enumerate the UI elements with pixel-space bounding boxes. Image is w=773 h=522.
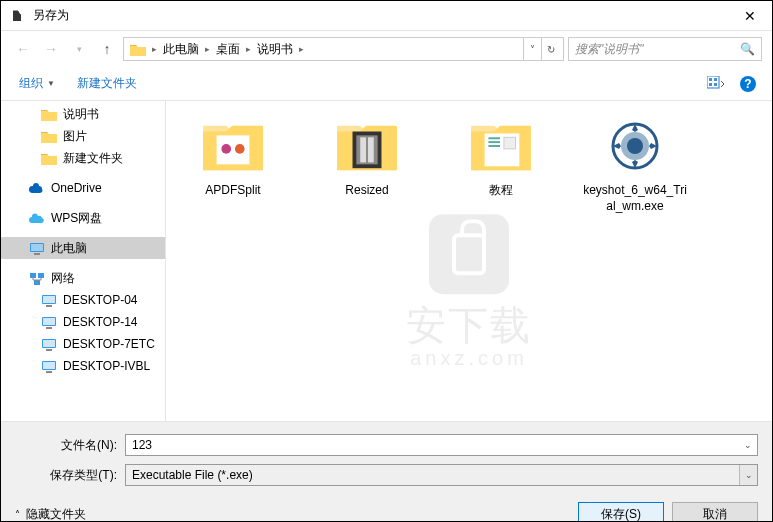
folder-icon xyxy=(41,106,57,122)
chevron-up-icon: ˄ xyxy=(15,509,20,520)
network-icon xyxy=(29,270,45,286)
folder-icon xyxy=(128,39,148,59)
svg-point-39 xyxy=(627,138,643,154)
forward-button: → xyxy=(39,37,63,61)
organize-button[interactable]: 组织 ▼ xyxy=(13,71,61,96)
newfolder-button[interactable]: 新建文件夹 xyxy=(71,71,143,96)
hide-folders-toggle[interactable]: ˄ 隐藏文件夹 xyxy=(15,506,86,523)
tree-item[interactable]: DESKTOP-14 xyxy=(1,311,165,333)
title-bar: 另存为 ✕ xyxy=(1,1,772,31)
filetype-dropdown[interactable]: ⌄ xyxy=(739,465,757,485)
tree-item[interactable]: DESKTOP-IVBL xyxy=(1,355,165,377)
file-list[interactable]: APDFSplitResized教程keyshot_6_w64_Trial_wm… xyxy=(166,101,772,421)
tree-item[interactable]: OneDrive xyxy=(1,177,165,199)
svg-rect-36 xyxy=(504,137,516,149)
svg-rect-24 xyxy=(46,371,52,373)
svg-rect-33 xyxy=(488,137,500,139)
item-label: Resized xyxy=(345,183,388,199)
tree-view[interactable]: 说明书图片新建文件夹OneDriveWPS网盘此电脑网络DESKTOP-04DE… xyxy=(1,101,166,421)
tree-item[interactable]: 网络 xyxy=(1,267,165,289)
svg-rect-0 xyxy=(707,76,719,88)
svg-rect-2 xyxy=(714,78,717,81)
watermark: 安下载 anxz.com xyxy=(406,214,532,370)
computer-icon xyxy=(41,292,57,308)
breadcrumb[interactable]: ▸ 此电脑 ▸ 桌面 ▸ 说明书 ▸ ˅ ↻ xyxy=(123,37,564,61)
svg-rect-23 xyxy=(43,362,55,369)
view-button[interactable] xyxy=(704,72,728,96)
tree-item[interactable]: 说明书 xyxy=(1,103,165,125)
wps-icon xyxy=(29,210,45,226)
tree-item[interactable]: WPS网盘 xyxy=(1,207,165,229)
item-thumb xyxy=(331,115,403,177)
item-thumb xyxy=(197,115,269,177)
close-icon[interactable]: ✕ xyxy=(744,8,756,24)
svg-rect-3 xyxy=(709,83,712,86)
svg-rect-15 xyxy=(46,305,52,307)
computer-icon xyxy=(41,336,57,352)
tree-item[interactable]: 图片 xyxy=(1,125,165,147)
svg-rect-11 xyxy=(38,273,44,278)
svg-rect-4 xyxy=(714,83,717,86)
tree-item[interactable]: 新建文件夹 xyxy=(1,147,165,169)
main-area: 说明书图片新建文件夹OneDriveWPS网盘此电脑网络DESKTOP-04DE… xyxy=(1,101,772,421)
svg-rect-29 xyxy=(356,135,377,164)
folder-icon xyxy=(41,150,57,166)
chevron-right-icon[interactable]: ▸ xyxy=(242,44,255,54)
filename-input[interactable]: 123 ⌄ xyxy=(125,434,758,456)
filetype-select[interactable]: Executable File (*.exe) ⌄ xyxy=(125,464,758,486)
cancel-button[interactable]: 取消 xyxy=(672,502,758,522)
filetype-label: 保存类型(T): xyxy=(15,467,125,484)
onedrive-icon xyxy=(29,180,45,196)
chevron-right-icon[interactable]: ▸ xyxy=(148,44,161,54)
item-thumb xyxy=(599,115,671,177)
refresh-button[interactable]: ↻ xyxy=(541,38,559,60)
svg-rect-14 xyxy=(43,296,55,303)
chevron-right-icon[interactable]: ▸ xyxy=(201,44,214,54)
file-item[interactable]: Resized xyxy=(312,115,422,214)
svg-rect-30 xyxy=(360,137,366,162)
breadcrumb-seg[interactable]: 桌面 xyxy=(214,41,242,58)
filename-label: 文件名(N): xyxy=(15,437,125,454)
item-label: APDFSplit xyxy=(205,183,260,199)
filename-dropdown[interactable]: ⌄ xyxy=(739,435,757,455)
svg-text:?: ? xyxy=(744,77,751,91)
file-item[interactable]: 教程 xyxy=(446,115,556,214)
item-label: 教程 xyxy=(489,183,513,199)
tree-item[interactable]: 此电脑 xyxy=(1,237,165,259)
computer-icon xyxy=(41,314,57,330)
bottom-panel: 文件名(N): 123 ⌄ 保存类型(T): Executable File (… xyxy=(1,421,772,522)
svg-rect-34 xyxy=(488,141,500,143)
item-label: keyshot_6_w64_Trial_wm.exe xyxy=(580,183,690,214)
svg-point-27 xyxy=(235,144,245,154)
recent-dropdown[interactable]: ▾ xyxy=(67,37,91,61)
back-button: ← xyxy=(11,37,35,61)
svg-rect-21 xyxy=(46,349,52,351)
svg-rect-35 xyxy=(488,145,500,147)
app-icon xyxy=(9,8,25,24)
svg-rect-9 xyxy=(34,253,40,255)
file-item[interactable]: APDFSplit xyxy=(178,115,288,214)
up-button[interactable]: ↑ xyxy=(95,37,119,61)
breadcrumb-seg[interactable]: 此电脑 xyxy=(161,41,201,58)
help-button[interactable]: ? xyxy=(736,72,760,96)
chevron-down-icon: ▼ xyxy=(47,79,55,88)
svg-rect-25 xyxy=(217,135,250,164)
tree-item[interactable]: DESKTOP-7ETC xyxy=(1,333,165,355)
search-input[interactable]: 搜索"说明书" 🔍 xyxy=(568,37,762,61)
chevron-right-icon[interactable]: ▸ xyxy=(295,44,308,54)
breadcrumb-seg[interactable]: 说明书 xyxy=(255,41,295,58)
tree-item[interactable]: DESKTOP-04 xyxy=(1,289,165,311)
search-placeholder: 搜索"说明书" xyxy=(575,41,644,58)
svg-rect-31 xyxy=(368,137,374,162)
breadcrumb-dropdown[interactable]: ˅ xyxy=(523,38,541,60)
svg-rect-17 xyxy=(43,318,55,325)
folder-icon xyxy=(41,128,57,144)
search-icon[interactable]: 🔍 xyxy=(740,42,755,56)
svg-rect-18 xyxy=(46,327,52,329)
computer-icon xyxy=(41,358,57,374)
thispc-icon xyxy=(29,240,45,256)
svg-rect-10 xyxy=(30,273,36,278)
save-button[interactable]: 保存(S) xyxy=(578,502,664,522)
svg-point-26 xyxy=(221,144,231,154)
file-item[interactable]: keyshot_6_w64_Trial_wm.exe xyxy=(580,115,690,214)
